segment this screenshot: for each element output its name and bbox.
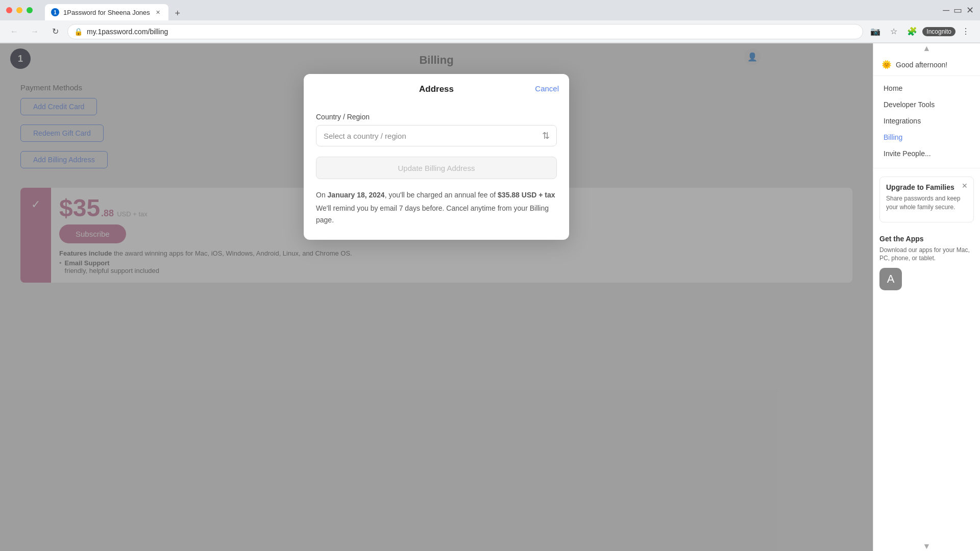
upgrade-card: ✕ Upgrade to Families Share passwords an… — [879, 177, 974, 222]
browser-chrome: 1 1Password for Sheena Jones ✕ + ─ ▭ ✕ ←… — [0, 0, 980, 43]
minimize-icon[interactable]: ─ — [943, 5, 949, 16]
url-text: my.1password.com/billing — [87, 28, 854, 36]
right-sidebar: ▲ 🌞 Good afternoon! Home Developer Tools… — [873, 43, 980, 551]
billing-date: January 18, 2024 — [328, 191, 385, 199]
tab-bar: 1 1Password for Sheena Jones ✕ + — [45, 0, 185, 20]
camera-off-icon[interactable]: 📷 — [867, 23, 884, 40]
window-close-button[interactable] — [6, 7, 12, 13]
main-layout: 1 👤 Billing Payment Methods Add Credit C… — [0, 43, 980, 551]
incognito-badge[interactable]: Incognito — [922, 27, 955, 36]
country-label: Country / Region — [316, 113, 557, 121]
upgrade-text: Share passwords and keep your whole fami… — [886, 194, 967, 212]
sidebar-item-billing[interactable]: Billing — [873, 129, 980, 145]
back-button[interactable]: ← — [6, 23, 22, 40]
titlebar: 1 1Password for Sheena Jones ✕ + ─ ▭ ✕ — [0, 0, 980, 20]
billing-note: We'll remind you by email 7 days before.… — [316, 203, 557, 226]
modal-title: Address — [419, 84, 454, 94]
bookmark-icon[interactable]: ☆ — [886, 23, 902, 40]
app-icon-letter: A — [887, 272, 895, 286]
modal-header: Address Cancel — [304, 74, 569, 103]
get-apps-text: Download our apps for your Mac, PC, phon… — [879, 246, 974, 263]
update-billing-address-button[interactable]: Update Billing Address — [316, 157, 557, 179]
billing-charge-prefix: On — [316, 191, 328, 199]
modal-overlay: Address Cancel Country / Region Select a… — [0, 43, 873, 551]
sidebar-item-developer-tools[interactable]: Developer Tools — [873, 96, 980, 113]
sidebar-item-invite[interactable]: Invite People... — [873, 145, 980, 162]
app-store-icon[interactable]: A — [879, 268, 902, 290]
tab-title: 1Password for Sheena Jones — [63, 9, 150, 16]
country-select-wrapper: Select a country / region United States … — [316, 125, 557, 146]
billing-charge-suffix: , you'll be charged an annual fee of — [385, 191, 498, 199]
country-select[interactable]: Select a country / region United States … — [316, 125, 557, 146]
restore-icon[interactable]: ▭ — [953, 5, 962, 16]
sidebar-item-home[interactable]: Home — [873, 80, 980, 96]
address-bar[interactable]: 🔒 my.1password.com/billing — [67, 24, 863, 39]
billing-fee: $35.88 USD + tax — [498, 191, 555, 199]
nav-right-controls: 📷 ☆ 🧩 Incognito ⋮ — [867, 23, 974, 40]
close-icon[interactable]: ✕ — [966, 5, 974, 16]
address-modal: Address Cancel Country / Region Select a… — [304, 74, 569, 240]
window-maximize-button[interactable] — [27, 7, 33, 13]
upgrade-close-button[interactable]: ✕ — [960, 181, 969, 190]
upgrade-title: Upgrade to Families — [886, 183, 967, 191]
scroll-up-indicator: ▲ — [873, 43, 980, 54]
modal-cancel-button[interactable]: Cancel — [535, 84, 559, 93]
navbar: ← → ↻ 🔒 my.1password.com/billing 📷 ☆ 🧩 I… — [0, 20, 980, 43]
user-greeting: 🌞 Good afternoon! — [873, 54, 980, 76]
billing-charge-info: On January 18, 2024, you'll be charged a… — [316, 189, 557, 201]
forward-button[interactable]: → — [27, 23, 43, 40]
new-tab-button[interactable]: + — [170, 6, 185, 20]
sidebar-item-integrations[interactable]: Integrations — [873, 113, 980, 129]
window-minimize-button[interactable] — [16, 7, 22, 13]
menu-icon[interactable]: ⋮ — [958, 23, 974, 40]
modal-body: Country / Region Select a country / regi… — [304, 103, 569, 240]
page-content: 1 👤 Billing Payment Methods Add Credit C… — [0, 43, 873, 551]
active-tab[interactable]: 1 1Password for Sheena Jones ✕ — [45, 4, 168, 20]
greeting-text: Good afternoon! — [896, 61, 947, 69]
get-apps-title: Get the Apps — [879, 235, 974, 243]
greeting-icon: 🌞 — [881, 60, 892, 69]
get-apps-section: Get the Apps Download our apps for your … — [873, 229, 980, 291]
tab-favicon: 1 — [51, 8, 59, 16]
sidebar-navigation: Home Developer Tools Integrations Billin… — [873, 76, 980, 166]
tab-close-button[interactable]: ✕ — [154, 8, 162, 16]
window-controls — [6, 7, 33, 13]
lock-icon: 🔒 — [74, 28, 83, 36]
extension-icon[interactable]: 🧩 — [904, 23, 920, 40]
sidebar-divider — [873, 168, 980, 168]
refresh-button[interactable]: ↻ — [47, 23, 63, 40]
window-top-controls: ─ ▭ ✕ — [943, 5, 974, 16]
scroll-down-indicator: ▼ — [873, 541, 980, 551]
